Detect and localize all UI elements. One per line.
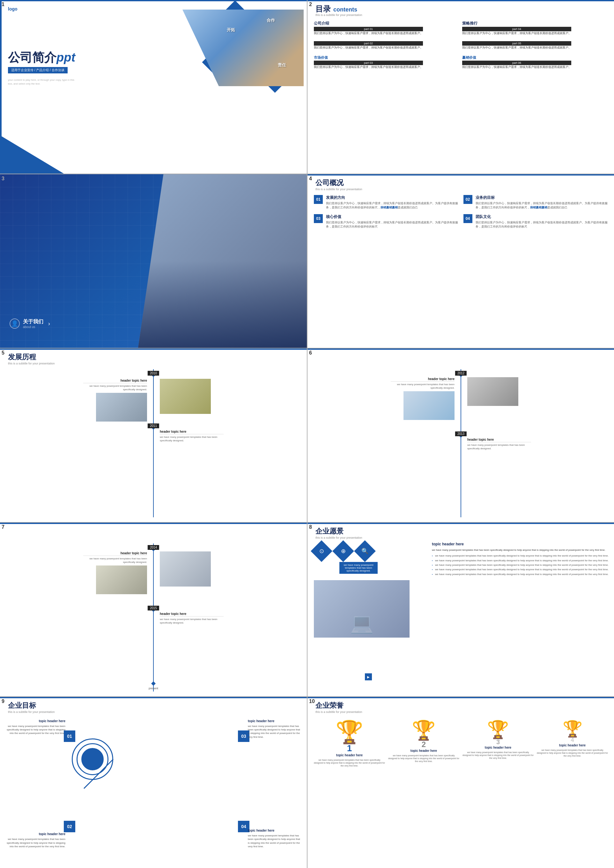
slide-6-timeline2: 6 2012 header topic here we have many po… [307,348,614,522]
entry-2013-text: we have many powerpoint templates that h… [467,443,531,450]
s4-num-3: 03 [314,214,323,223]
top-accent [0,523,307,524]
s10-trophy3-rank: 3 [462,738,533,746]
top-accent [0,0,307,1]
s10-trophy2-text: we have many powerpoint templates that h… [388,754,459,763]
s8-title: 企业愿景 [315,526,362,536]
slide-9-goals: 9 企业目标 this is a subtitle for your prese… [0,697,307,868]
s4-header: 公司概况 this is a subtitle for your present… [315,178,362,191]
s2-subtitle: this is a subtitle for your presentation [315,13,362,17]
s8-play-btn[interactable]: ▶ [365,673,372,680]
s8-icon1-glyph: ⊙ [319,548,324,554]
label-cooperate: 合作 [267,17,275,23]
s4-item3-title: 核心价值 [326,214,459,219]
entry-2014-right [160,551,223,587]
year-2012: 2012 [455,371,467,376]
s4-item2-text: 我们坚持以客户为中心，快速响应客户需求，持续为客户创造长期价值进而成就客户。为客… [476,201,608,210]
cover-title-cn: 公司简介 [8,51,56,64]
entry-2012-text: we have many powerpoint templates that h… [391,383,454,390]
year-2010: 2010 [148,371,159,376]
s2-content-grid: 公司介绍 part 01 我们坚持以客户为中心，快速响应客户需求，持续为客户创造… [314,21,608,72]
s9-item2-title-label: topic header here [5,832,65,836]
s10-trophy1-rank: 1 [314,743,385,753]
s9-item2-text: we have many powerpoint templates that h… [5,837,65,848]
s7-timeline-container: 2014 header topic here we have many powe… [0,543,307,691]
entry-2013-title: header topic here [467,438,531,442]
s5-timeline-container: 2010 header topic here we have many powe… [0,369,307,517]
s10-trophy3-title: topic header here [462,746,533,749]
s2-part5: part 05 [462,41,571,46]
slide-number-4: 4 [309,176,312,182]
s10-trophy2-icon: 🏆 [388,721,459,740]
s10-header: 企业荣誉 this is a subtitle for your present… [315,701,362,714]
company-logo: logo [8,6,17,11]
s8-right-subtitle: we have many powerpoint templates that h… [432,548,609,552]
entry-2012-left: header topic here we have many powerpoin… [391,377,454,420]
slide-number-10: 10 [309,699,315,704]
img-2010-right [160,379,211,414]
entry-2014-text: we have many powerpoint templates that h… [83,557,147,564]
s4-item4-title: 团队文化 [476,214,608,219]
s8-bullet-2: we have many powerpoint templates that h… [432,559,609,562]
s4-item1-content: 发展的方向 我们坚持以客户为中心，快速响应客户需求，持续为客户创造长期价值进而成… [326,195,459,210]
s2-item1-title: 公司介绍 [314,21,423,26]
cover-title-en: ppt [56,51,75,64]
top-accent [307,697,614,698]
s8-icon2-glyph: ⊕ [341,548,346,554]
s10-trophy-1: 🏆 1 topic header here we have many power… [314,721,385,767]
s2-item-5: part 05 我们坚持以客户为中心，快速响应客户需求，持续为客户创造长期价值进… [462,41,608,50]
s4-item-3: 03 核心价值 我们坚持以客户为中心，快速响应客户需求，持续为客户创造长期价值进… [314,214,459,228]
timeline-line-6 [460,369,461,517]
s2-item4-text: 我们坚持以客户为中心，快速响应客户需求，持续为客户创造长期价值进而成就客户。 [462,31,571,36]
label-present: present [149,687,158,690]
s4-item-2: 02 业务的目标 我们坚持以客户为中心，快速响应客户需求，持续为客户创造长期价值… [464,195,608,210]
s8-bullet-3: we have many powerpoint templates that h… [432,564,609,567]
slide-number-2: 2 [309,2,312,7]
slide-number-9: 9 [2,699,5,704]
s8-icon-2: ⊕ [332,540,354,562]
s2-item-2: part 02 我们坚持以客户为中心，快速响应客户需求，持续为客户创造长期价值进… [314,41,460,50]
s4-item1-text: 我们坚持以客户为中心，快速响应客户需求，持续为客户创造长期价值进而成就客户。为客… [326,201,459,210]
slide-number-7: 7 [2,524,5,530]
s8-icon-1: ⊙ [311,540,332,562]
s3-about-label: 关于我们 [23,318,43,325]
s2-item1-text: 我们坚持以客户为中心，快速响应客户需求，持续为客户创造长期价值进而成就客户。 [314,31,423,36]
s4-item4-text: 我们坚持以客户为中心，快速响应客户需求，持续为客户创造长期价值进而成就客户。为客… [476,220,608,228]
s4-item2-title: 业务的目标 [476,195,608,200]
top-accent [307,348,614,350]
s2-part3: part 03 [314,61,423,65]
slide-number-1: 1 [2,2,5,7]
s3-photo [138,174,307,348]
arrow-icon: › [48,320,50,327]
s4-item3-content: 核心价值 我们坚持以客户为中心，快速响应客户需求，持续为客户创造长期价值进而成就… [326,214,459,228]
s9-item4-text: we have many powerpoint templates that h… [248,834,302,848]
s9-item-bottom-left: topic header here we have many powerpoin… [5,832,65,848]
s9-header: 企业目标 this is a subtitle for your present… [8,701,55,714]
s10-trophy3-icon: 🏆 [462,721,533,738]
entry-2011-text: we have many powerpoint templates that h… [160,435,223,442]
s9-item1-title: topic header here [5,719,65,723]
img-2014 [96,565,147,594]
s2-item-3: 市场价值 part 03 我们坚持以客户为中心，快速响应客户需求，持续为客户创造… [314,55,460,69]
year-2014: 2014 [148,545,159,550]
entry-2010-text: we have many powerpoint templates that h… [83,384,147,391]
entry-2010-right [160,379,223,414]
s2-title: contents [333,6,357,13]
cover-desc: your content to play here, or through yo… [8,78,78,86]
timeline-line [153,369,154,517]
s5-header: 发展历程 this is a subtitle for your present… [8,352,55,365]
s8-header: 企业愿景 this is a subtitle for your present… [315,526,362,539]
s4-title: 公司概况 [315,178,362,188]
slide-7-timeline3: 7 2014 header topic here we have many po… [0,523,307,696]
slide-1-cover: 1 开拓 合作 责任 logo 公司简介ppt 适用于企业宣传 / 产品介绍 /… [0,0,307,174]
s2-icon: 目录 [315,4,331,14]
s9-item1-title-label: topic header here [5,719,65,723]
s2-item2-text: 我们坚持以客户为中心，快速响应客户需求，持续为客户创造长期价值进而成就客户。 [314,46,423,50]
s2-item6-text: 我们坚持以客户为中心，快速响应客户需求，持续为客户创造长期价值进而成就客户。 [462,65,571,69]
s4-item-4: 04 团队文化 我们坚持以客户为中心，快速响应客户需求，持续为客户创造长期价值进… [464,214,608,228]
slide-4-overview: 4 公司概况 this is a subtitle for your prese… [307,174,614,348]
s2-item-6: 赢销价值 part 06 我们坚持以客户为中心，快速响应客户需求，持续为客户创造… [462,55,608,69]
s2-item3-text: 我们坚持以客户为中心，快速响应客户需求，持续为客户创造长期价值进而成就客户。 [314,65,423,69]
s10-trophy-2: 🏆 2 topic header here we have many power… [388,721,459,767]
slide-10-awards: 10 企业荣誉 this is a subtitle for your pres… [307,697,614,868]
